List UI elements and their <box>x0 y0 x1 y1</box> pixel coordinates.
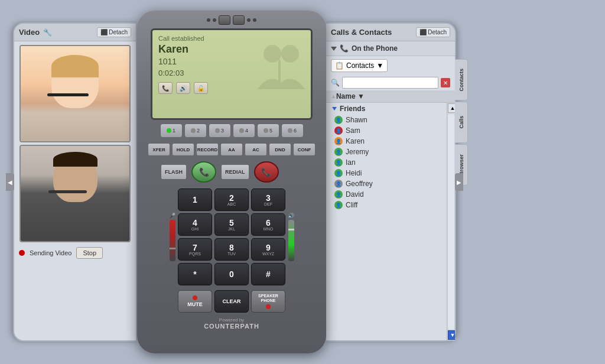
key-8[interactable]: 8TUV <box>214 238 249 261</box>
contacts-panel-title: Calls & Contacts <box>331 28 416 37</box>
answer-button[interactable]: 📞 <box>191 161 216 183</box>
scroll-up-button[interactable]: ▲ <box>448 103 455 113</box>
face <box>51 55 99 108</box>
key-4[interactable]: 4GHI <box>178 213 212 236</box>
contacts-detach-button[interactable]: ⬛ Detach <box>416 27 450 37</box>
contact-heidi[interactable]: 👤 Heidi <box>326 168 447 178</box>
contact-name: Karen <box>346 137 365 145</box>
flash-button[interactable]: FLASH <box>161 164 187 180</box>
sending-video-label: Sending Video <box>30 249 71 256</box>
sending-video-bar: Sending Video Stop <box>14 245 136 261</box>
redial-button[interactable]: REDIAL <box>221 164 249 180</box>
key-1[interactable]: 1 <box>178 188 212 211</box>
app-container: Video 🔧 ⬛ Detach <box>13 11 592 353</box>
friends-group-header: Friends <box>326 103 447 115</box>
line-5-button[interactable]: 5 <box>257 124 279 138</box>
local-video-feed <box>21 146 129 241</box>
aa-button[interactable]: AA <box>220 143 243 156</box>
contact-avatar: 👤 <box>334 190 343 199</box>
key-0[interactable]: 0 <box>214 263 249 285</box>
contact-cliff[interactable]: 👤 Cliff <box>326 200 447 210</box>
headset <box>47 93 89 96</box>
contact-david[interactable]: 👤 David <box>326 189 447 200</box>
contact-karen[interactable]: 👤 Karen <box>326 136 447 147</box>
speaker-icon-btn[interactable]: 🔊 <box>176 82 190 94</box>
detach-icon: ⬛ <box>100 29 108 35</box>
hold-button[interactable]: HOLD <box>172 143 194 156</box>
on-the-phone-row: 📞 On the Phone <box>326 41 455 56</box>
contact-name: Geoffrey <box>346 180 373 188</box>
line-1-button[interactable]: 1 <box>160 124 183 138</box>
contact-name: Jeremy <box>346 148 369 156</box>
key-5[interactable]: 5JKL <box>214 213 249 236</box>
contact-search-input[interactable] <box>342 77 438 89</box>
brand-name: COUNTERPATH <box>204 323 259 330</box>
key-6[interactable]: 6MNO <box>251 213 285 236</box>
key-hash[interactable]: # <box>251 263 285 285</box>
video-panel-header: Video 🔧 ⬛ Detach <box>14 24 136 41</box>
dot-4 <box>253 18 256 22</box>
tab-calls[interactable]: Calls <box>455 102 468 143</box>
left-collapse-arrow[interactable]: ◀ <box>6 173 14 191</box>
contact-ian[interactable]: 👤 Ian <box>326 157 447 168</box>
contacts-dropdown-icon: 📋 <box>335 61 344 70</box>
tab-contacts-label: Contacts <box>458 69 464 92</box>
right-collapse-arrow[interactable]: ▶ <box>455 173 463 191</box>
branding: Powered by COUNTERPATH <box>204 317 259 330</box>
key-7[interactable]: 7PQRS <box>178 238 212 261</box>
dot-3 <box>247 18 251 22</box>
hair <box>51 55 99 77</box>
contact-shawn[interactable]: 👤 Shawn <box>326 115 447 125</box>
contacts-area: Friends 👤 Shawn 👤 Sam 👤 Karen 👤 Jeremy <box>326 103 455 340</box>
phone-icon-btn[interactable]: 📞 <box>158 82 173 94</box>
screen-person-icon <box>255 42 308 101</box>
ac-button[interactable]: AC <box>245 143 267 156</box>
key-2[interactable]: 2ABC <box>214 188 249 211</box>
dot-1 <box>207 18 210 22</box>
line-3-button[interactable]: 3 <box>209 124 231 138</box>
contact-geoffrey[interactable]: 👤 Geoffrey <box>326 178 447 189</box>
contact-name: David <box>346 190 364 199</box>
search-row: 🔍 ✕ <box>326 75 455 90</box>
video-detach-button[interactable]: ⬛ Detach <box>97 27 131 37</box>
key-3[interactable]: 3DEF <box>251 188 285 211</box>
contact-avatar: 👤 <box>334 137 343 145</box>
remote-video <box>19 45 131 142</box>
clear-button[interactable]: CLEAR <box>214 290 249 313</box>
clear-search-button[interactable]: ✕ <box>441 78 450 87</box>
keypad-row: 🎤 1 2ABC 3DEF 4GHI 5JKL 6MNO 7PQRS 8TUV … <box>169 186 294 288</box>
mute-button[interactable]: MUTE <box>178 290 212 313</box>
line-2-button[interactable]: 2 <box>184 124 207 138</box>
contacts-list: Friends 👤 Shawn 👤 Sam 👤 Karen 👤 Jeremy <box>326 103 447 340</box>
contact-name: Heidi <box>346 169 362 177</box>
xfer-button[interactable]: XFER <box>148 143 170 156</box>
restore-button[interactable] <box>233 15 245 25</box>
key-star[interactable]: * <box>178 263 212 285</box>
end-call-button[interactable]: 📞 <box>254 161 279 183</box>
call-control-row: FLASH 📞 REDIAL 📞 <box>161 161 302 183</box>
contacts-list-header: ▲ Name ▼ <box>326 90 455 103</box>
dnd-button[interactable]: DND <box>269 143 291 156</box>
record-button[interactable]: RECORD <box>196 143 219 156</box>
lock-icon-btn[interactable]: 🔓 <box>194 82 208 94</box>
speaker-phone-button[interactable]: SPEAKERPHONE <box>251 290 285 313</box>
face-male <box>53 152 97 202</box>
minimize-button[interactable] <box>219 15 230 25</box>
contact-avatar: 👤 <box>334 180 343 188</box>
dot-2 <box>213 18 216 22</box>
key-9[interactable]: 9WXYZ <box>251 238 285 261</box>
contact-jeremy[interactable]: 👤 Jeremy <box>326 147 447 157</box>
line-6-button[interactable]: 6 <box>281 124 304 138</box>
tab-contacts[interactable]: Contacts <box>455 59 468 100</box>
stop-button[interactable]: Stop <box>76 247 103 259</box>
scroll-down-button[interactable]: ▼ <box>448 330 455 340</box>
contact-sam[interactable]: 👤 Sam <box>326 125 447 136</box>
contacts-dropdown[interactable]: 📋 Contacts ▼ <box>331 59 388 72</box>
tab-browser-label: Browser <box>458 154 464 176</box>
contacts-panel: Calls & Contacts ⬛ Detach 📞 On the Phone… <box>326 22 456 342</box>
line-4-button[interactable]: 4 <box>233 124 255 138</box>
contact-avatar: 👤 <box>334 169 343 177</box>
phone-panel: Call established Karen 1011 0:02:03 📞 🔊 … <box>137 11 326 353</box>
conf-button[interactable]: CONF <box>293 143 315 156</box>
contact-avatar: 👤 <box>334 148 343 156</box>
